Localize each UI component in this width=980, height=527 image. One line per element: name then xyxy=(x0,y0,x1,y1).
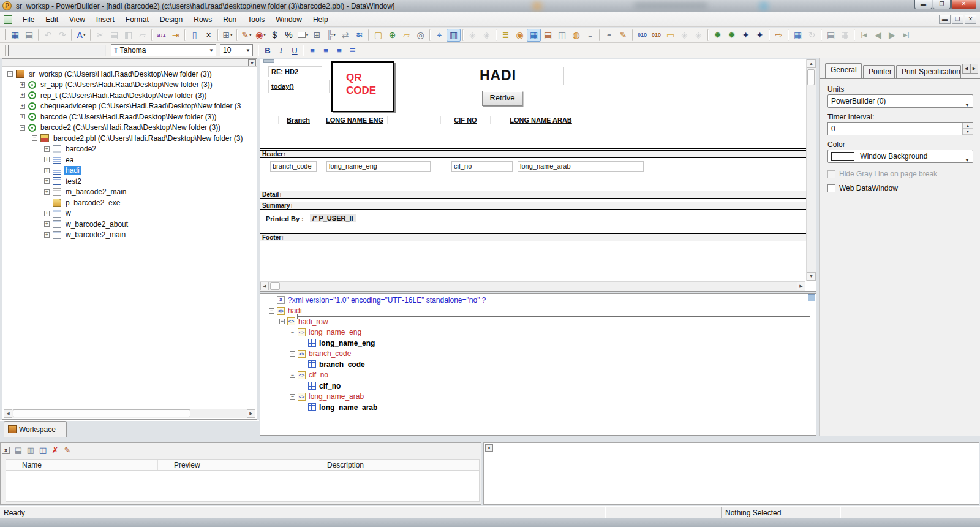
refresh-button[interactable]: ↻ xyxy=(805,29,819,42)
toolbar-grip[interactable] xyxy=(4,45,6,56)
machine-code-button[interactable]: 010 xyxy=(635,29,649,42)
tree-expander[interactable]: + xyxy=(44,157,50,162)
scroll-left-button[interactable]: ◀ xyxy=(4,409,12,418)
next-pane-button[interactable]: ◈ xyxy=(480,29,494,42)
tree-expander[interactable] xyxy=(300,383,306,389)
table-data-button[interactable]: ▦ xyxy=(791,29,805,42)
xml-tree-item[interactable]: − <> hadi_row xyxy=(262,316,815,327)
new-button[interactable]: ▢ xyxy=(371,29,385,42)
tree-item[interactable]: + m_barcode2_main xyxy=(4,187,255,198)
spin-down-button[interactable]: ▼ xyxy=(963,129,973,135)
tree-item[interactable]: + w_barcode2_about xyxy=(4,219,255,230)
grid-options-button[interactable]: ⊞ xyxy=(221,29,235,42)
incremental-build-button[interactable]: ◈ xyxy=(677,29,692,42)
tree-expander[interactable]: − xyxy=(20,125,25,131)
tree-expander[interactable]: − xyxy=(290,394,295,400)
tab-pointer[interactable]: Pointer xyxy=(863,65,895,78)
save-button[interactable]: ▦ xyxy=(8,29,22,42)
tree-item[interactable]: − barcode2 (C:\Users\Hadi.Raad\Desktop\N… xyxy=(4,123,255,134)
sort-button[interactable]: a↓z xyxy=(154,29,168,42)
retrieve-button[interactable]: Retrive xyxy=(482,91,522,106)
tree-item[interactable]: + barcode (C:\Users\Hadi.Raad\Desktop\Ne… xyxy=(4,112,255,123)
data-source-button[interactable]: ▥ xyxy=(447,29,461,42)
menu-item[interactable]: Edit xyxy=(40,13,64,26)
edit-icon[interactable]: ✎ xyxy=(61,444,74,456)
close-panel-button[interactable]: x xyxy=(248,59,256,66)
tree-expander[interactable]: + xyxy=(20,93,25,98)
printed-by-expression[interactable]: /* P_USER_II xyxy=(310,214,356,222)
run-button[interactable]: ✦ xyxy=(739,29,753,42)
text-color-button[interactable]: A xyxy=(74,29,88,42)
tree-expander[interactable]: + xyxy=(20,114,25,119)
tree-expander[interactable]: − xyxy=(7,71,13,77)
column-header-name[interactable]: Name xyxy=(6,460,158,470)
mdi-minimize-button[interactable]: ▬ xyxy=(939,15,951,24)
menu-item[interactable]: File xyxy=(17,13,40,26)
close-panel-button[interactable]: x xyxy=(2,447,10,454)
currency-button[interactable]: $ xyxy=(268,29,282,42)
clipboard-icon[interactable]: ▤ xyxy=(12,444,24,456)
full-build-button[interactable]: ◈ xyxy=(692,29,706,42)
xml-tree-item[interactable]: − <> cif_no xyxy=(262,370,815,381)
tab-order-button[interactable]: ⇥ xyxy=(168,29,183,42)
band-footer[interactable]: Footer↑ xyxy=(260,233,806,241)
tree-expander[interactable]: + xyxy=(20,104,25,109)
tree-expander[interactable]: + xyxy=(20,82,25,88)
scroll-down-button[interactable]: ▼ xyxy=(807,272,816,281)
tree-expander[interactable]: + xyxy=(44,146,50,152)
web-datawindow-checkbox[interactable]: Web DataWindow xyxy=(827,184,898,192)
column-header-branch[interactable]: Branch xyxy=(278,116,318,124)
compute-object-today[interactable]: today() xyxy=(268,80,330,93)
menu-item[interactable]: Format xyxy=(120,13,154,26)
tree-expander[interactable] xyxy=(269,297,274,303)
tree-expander[interactable] xyxy=(300,340,306,346)
menu-item[interactable]: View xyxy=(64,13,91,26)
tree-item[interactable]: + barcode2 xyxy=(4,144,255,155)
foreground-color-button[interactable]: ◉ xyxy=(254,29,268,42)
exit-button[interactable]: ⇨ xyxy=(772,29,786,42)
tree-expander[interactable]: − xyxy=(32,135,37,141)
menu-item[interactable]: Design xyxy=(154,13,188,26)
delete-button[interactable]: × xyxy=(202,29,216,42)
xml-tree-item[interactable]: long_name_eng xyxy=(262,338,815,349)
close-panel-button[interactable]: x xyxy=(485,444,493,452)
to-do-list-button[interactable]: ◍ xyxy=(569,29,583,42)
xml-tree-item[interactable]: X ?xml version="1.0" encoding="UTF-16LE"… xyxy=(262,295,815,306)
menu-item[interactable]: Help xyxy=(307,13,334,26)
restore-button[interactable]: ❐ xyxy=(933,0,951,9)
field-branch-code[interactable]: branch_code xyxy=(270,161,317,172)
open-button[interactable]: ▱ xyxy=(399,29,413,42)
column-header-description[interactable]: Description xyxy=(311,460,479,470)
field-cif-no[interactable]: cif_no xyxy=(451,161,513,172)
mdi-restore-button[interactable]: ❐ xyxy=(952,15,963,24)
tree-expander[interactable]: − xyxy=(290,351,295,357)
units-select[interactable]: PowerBuilder (0) ▼ xyxy=(827,94,973,108)
tree-expander[interactable]: − xyxy=(290,373,295,378)
menu-item[interactable]: Run xyxy=(217,13,242,26)
xml-tree-item[interactable]: − <> hadi xyxy=(262,306,815,317)
spacing-button[interactable]: ⇄ xyxy=(338,29,352,42)
tree-item[interactable]: + test2 xyxy=(4,176,255,187)
panel-corner-handle[interactable] xyxy=(808,294,815,301)
mdi-close-button[interactable]: ✕ xyxy=(965,15,976,24)
tab-general[interactable]: General xyxy=(825,63,862,78)
italic-button[interactable]: I xyxy=(274,44,288,57)
debug-button[interactable]: ✹ xyxy=(710,29,725,42)
xml-tree-item[interactable]: cif_no xyxy=(262,381,815,392)
tree-horizontal-scrollbar[interactable]: ◀ ▶ xyxy=(4,409,255,418)
background-brush-button[interactable]: ✎ xyxy=(239,29,254,42)
tree-expander[interactable] xyxy=(44,200,50,205)
field-long-name-eng[interactable]: long_name_eng xyxy=(326,161,431,172)
spin-up-button[interactable]: ▲ xyxy=(963,123,973,129)
tree-expander[interactable] xyxy=(300,404,306,410)
scrollbar-thumb[interactable] xyxy=(807,69,815,85)
scroll-right-button[interactable]: ▶ xyxy=(797,282,805,290)
report-title-object[interactable]: HADI xyxy=(432,67,564,85)
object-name-input[interactable] xyxy=(8,45,106,56)
pcode-button[interactable]: 010 xyxy=(649,29,663,42)
tab-scroll-left-button[interactable]: ◀ xyxy=(962,64,970,74)
tree-item[interactable]: + rep_t (C:\Users\Hadi.Raad\Desktop\New … xyxy=(4,90,255,101)
tab-scroll-right-button[interactable]: ▶ xyxy=(970,64,978,74)
xml-tree-item[interactable]: − <> branch_code xyxy=(262,349,815,360)
scroll-up-button[interactable]: ▲ xyxy=(807,59,816,68)
